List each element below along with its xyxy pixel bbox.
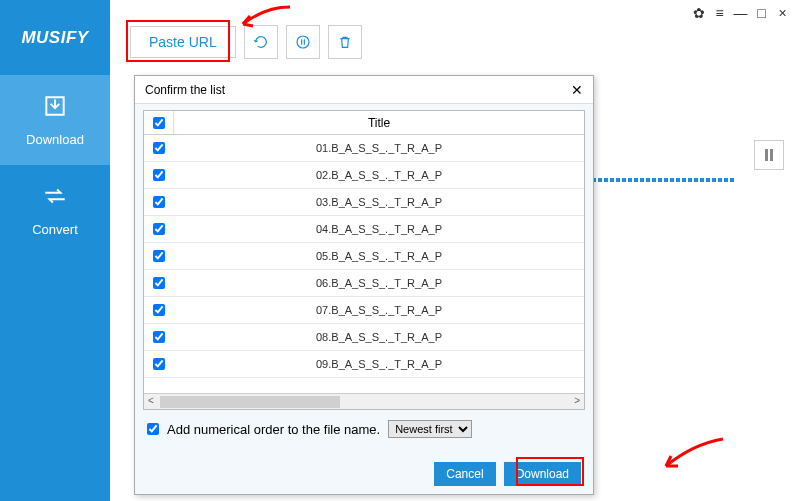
menu-icon[interactable]: ≡ [712, 5, 727, 20]
annotation-arrow-download [658, 434, 728, 474]
select-all-cell [144, 111, 174, 134]
sort-order-select[interactable]: Newest first [388, 420, 472, 438]
select-all-checkbox[interactable] [153, 117, 165, 129]
table-row[interactable]: 03.B_A_S_S_._T_R_A_P [144, 189, 584, 216]
table-row[interactable]: 02.B_A_S_S_._T_R_A_P [144, 162, 584, 189]
table-row[interactable]: 04.B_A_S_S_._T_R_A_P [144, 216, 584, 243]
row-checkbox[interactable] [153, 142, 165, 154]
close-icon[interactable]: × [775, 5, 790, 20]
track-list: Title 01.B_A_S_S_._T_R_A_P 02.B_A_S_S_._… [143, 110, 585, 410]
dialog-header: Confirm the list ✕ [135, 76, 593, 104]
row-checkbox[interactable] [153, 169, 165, 181]
sidebar-item-convert[interactable]: Convert [0, 165, 110, 255]
row-checkbox[interactable] [153, 250, 165, 262]
minimize-icon[interactable]: — [733, 5, 748, 20]
dialog-footer: Cancel Download [135, 454, 593, 494]
row-checkbox[interactable] [153, 277, 165, 289]
table-row[interactable]: 01.B_A_S_S_._T_R_A_P [144, 135, 584, 162]
app-logo: MUSIFY [0, 0, 110, 75]
sidebar-item-download[interactable]: Download [0, 75, 110, 165]
table-row[interactable]: 09.B_A_S_S_._T_R_A_P [144, 351, 584, 378]
horizontal-scrollbar[interactable] [144, 393, 584, 409]
row-title: 07.B_A_S_S_._T_R_A_P [174, 304, 584, 316]
row-checkbox[interactable] [153, 196, 165, 208]
row-title: 05.B_A_S_S_._T_R_A_P [174, 250, 584, 262]
row-title: 08.B_A_S_S_._T_R_A_P [174, 331, 584, 343]
table-row[interactable]: 06.B_A_S_S_._T_R_A_P [144, 270, 584, 297]
trash-icon [337, 34, 353, 50]
settings-icon[interactable]: ✿ [691, 5, 706, 20]
cancel-button[interactable]: Cancel [434, 462, 495, 486]
row-title: 04.B_A_S_S_._T_R_A_P [174, 223, 584, 235]
table-row[interactable]: 05.B_A_S_S_._T_R_A_P [144, 243, 584, 270]
row-title: 03.B_A_S_S_._T_R_A_P [174, 196, 584, 208]
row-checkbox[interactable] [153, 358, 165, 370]
options-row: Add numerical order to the file name. Ne… [143, 410, 585, 448]
dialog-close-button[interactable]: ✕ [571, 82, 583, 98]
row-title: 01.B_A_S_S_._T_R_A_P [174, 142, 584, 154]
delete-button[interactable] [328, 25, 362, 59]
row-title: 09.B_A_S_S_._T_R_A_P [174, 358, 584, 370]
sidebar-item-label: Download [26, 132, 84, 147]
row-checkbox[interactable] [153, 223, 165, 235]
confirm-list-dialog: Confirm the list ✕ Title 01.B_A_S_S_._T_… [134, 75, 594, 495]
download-button[interactable]: Download [504, 462, 581, 486]
sidebar-item-label: Convert [32, 222, 78, 237]
pause-icon [764, 149, 774, 161]
maximize-icon[interactable]: □ [754, 5, 769, 20]
title-column-header: Title [174, 111, 584, 134]
row-checkbox[interactable] [153, 304, 165, 316]
svg-point-0 [297, 36, 309, 48]
svg-rect-1 [765, 149, 768, 161]
row-checkbox[interactable] [153, 331, 165, 343]
add-numerical-checkbox[interactable] [147, 423, 159, 435]
refresh-button[interactable] [244, 25, 278, 59]
convert-icon [42, 183, 68, 212]
refresh-icon [253, 34, 269, 50]
pause-all-button[interactable] [286, 25, 320, 59]
pause-circle-icon [295, 34, 311, 50]
list-header: Title [144, 111, 584, 135]
download-icon [42, 93, 68, 122]
svg-rect-2 [770, 149, 773, 161]
row-title: 06.B_A_S_S_._T_R_A_P [174, 277, 584, 289]
dialog-body: Title 01.B_A_S_S_._T_R_A_P 02.B_A_S_S_._… [135, 104, 593, 454]
sidebar: MUSIFY Download Convert [0, 0, 110, 501]
row-title: 02.B_A_S_S_._T_R_A_P [174, 169, 584, 181]
table-row[interactable]: 08.B_A_S_S_._T_R_A_P [144, 324, 584, 351]
table-row[interactable]: 07.B_A_S_S_._T_R_A_P [144, 297, 584, 324]
add-numerical-label: Add numerical order to the file name. [167, 422, 380, 437]
titlebar-controls: ✿ ≡ — □ × [691, 5, 790, 20]
list-rows[interactable]: 01.B_A_S_S_._T_R_A_P 02.B_A_S_S_._T_R_A_… [144, 135, 584, 393]
item-pause-button[interactable] [754, 140, 784, 170]
toolbar: Paste URL [130, 25, 362, 59]
progress-dots [580, 168, 750, 172]
dialog-title: Confirm the list [145, 83, 225, 97]
paste-url-button[interactable]: Paste URL [130, 26, 236, 58]
